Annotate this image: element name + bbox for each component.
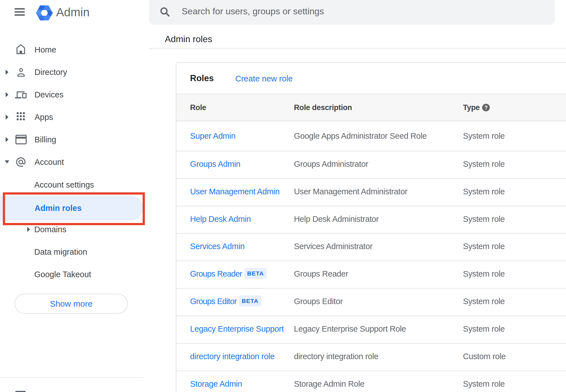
svg-text:?: ? xyxy=(484,104,488,111)
